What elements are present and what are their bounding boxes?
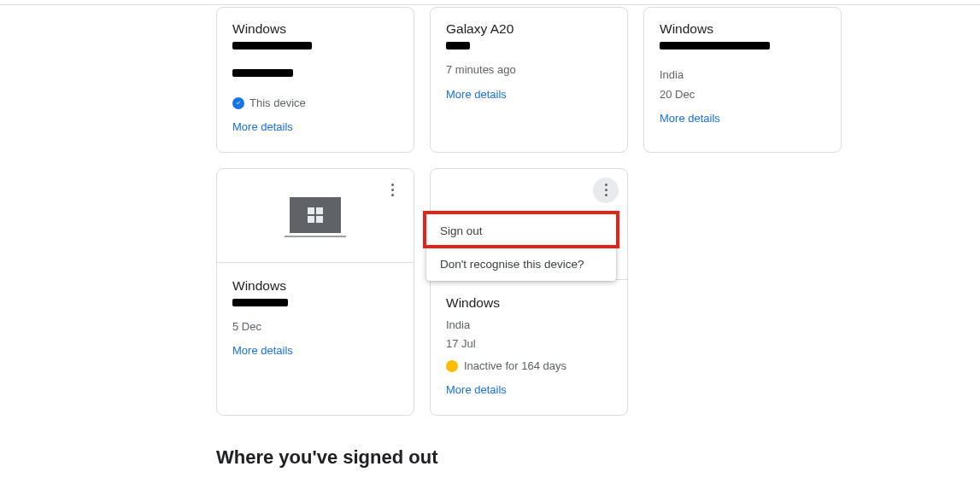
device-date: 5 Dec [232, 318, 398, 336]
device-location: India [660, 66, 825, 85]
device-options-menu: Sign out Don't recognise this device? [426, 214, 616, 281]
more-options-button[interactable] [379, 178, 405, 203]
device-date: 20 Dec [660, 85, 825, 104]
more-details-link[interactable]: More details [446, 381, 507, 399]
redacted-text: xxxxxx India [232, 69, 293, 77]
device-location: India [446, 316, 612, 335]
redacted-text: Aspire VS 572H [232, 42, 312, 50]
device-title: Galaxy A20 [446, 18, 612, 40]
device-card: Windows DESKTOP - THOMAS India 20 Dec Mo… [643, 7, 842, 153]
redacted-text: xxxxxxxxxx [232, 299, 288, 306]
inactive-label: Inactive for 164 days [464, 357, 566, 376]
not-recognise-option[interactable]: Don't recognise this device? [426, 248, 616, 281]
device-card: Windows India 17 Jul Inactive for 164 da… [430, 168, 628, 417]
device-title: Windows [232, 18, 398, 40]
more-details-link[interactable]: More details [446, 85, 507, 104]
more-options-button[interactable] [593, 178, 619, 203]
device-title: Windows [446, 292, 612, 314]
more-details-link[interactable]: More details [660, 109, 720, 128]
device-card: Windows Aspire VS 572H xxxxxx India This… [216, 7, 414, 153]
redacted-text: DESKTOP - THOMAS [660, 42, 770, 50]
device-time: 7 minutes ago [446, 61, 612, 79]
signed-out-title: Where you've signed out [216, 446, 866, 469]
device-title: Windows [232, 275, 398, 297]
check-circle-icon [232, 97, 244, 109]
device-date: 17 Jul [446, 335, 612, 353]
sign-out-option[interactable]: Sign out [426, 214, 616, 248]
device-title: Windows [660, 18, 825, 40]
device-laptop-icon [290, 197, 341, 233]
redacted-text: India [446, 42, 470, 50]
more-details-link[interactable]: More details [232, 341, 293, 360]
more-details-link[interactable]: More details [232, 118, 293, 137]
this-device-label: This device [249, 94, 306, 113]
warning-icon [446, 360, 458, 372]
device-card: Windows xxxxxxxxxx 5 Dec More details [216, 168, 414, 417]
device-card: Galaxy A20 India 7 minutes ago More deta… [430, 7, 628, 153]
